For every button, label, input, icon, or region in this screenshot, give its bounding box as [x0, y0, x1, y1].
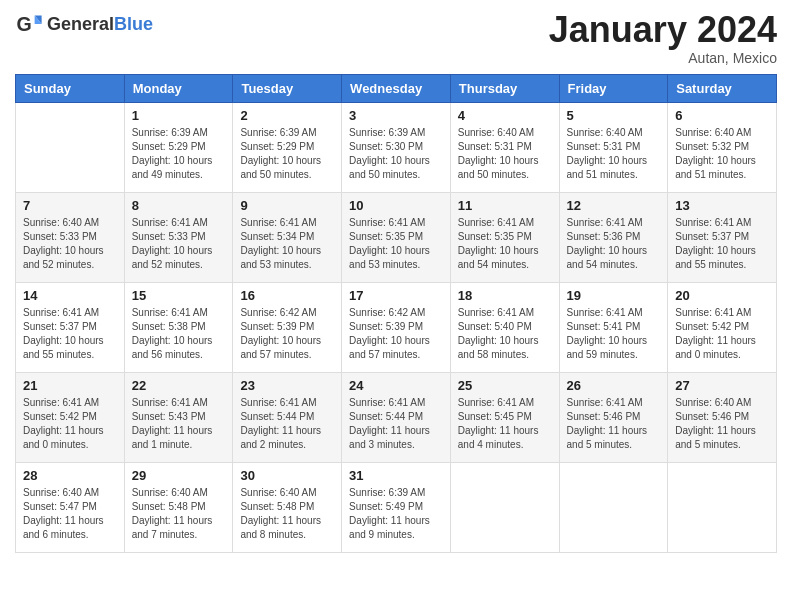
day-number: 14	[23, 288, 117, 303]
logo-icon: G	[15, 10, 43, 38]
day-info: Sunrise: 6:42 AMSunset: 5:39 PMDaylight:…	[240, 306, 334, 362]
calendar-cell: 31Sunrise: 6:39 AMSunset: 5:49 PMDayligh…	[342, 462, 451, 552]
day-info: Sunrise: 6:39 AMSunset: 5:29 PMDaylight:…	[240, 126, 334, 182]
calendar-cell: 20Sunrise: 6:41 AMSunset: 5:42 PMDayligh…	[668, 282, 777, 372]
day-info: Sunrise: 6:40 AMSunset: 5:46 PMDaylight:…	[675, 396, 769, 452]
calendar-table: SundayMondayTuesdayWednesdayThursdayFrid…	[15, 74, 777, 553]
weekday-header-cell: Friday	[559, 74, 668, 102]
day-number: 29	[132, 468, 226, 483]
day-number: 15	[132, 288, 226, 303]
day-number: 5	[567, 108, 661, 123]
day-info: Sunrise: 6:41 AMSunset: 5:43 PMDaylight:…	[132, 396, 226, 452]
day-number: 8	[132, 198, 226, 213]
day-info: Sunrise: 6:41 AMSunset: 5:38 PMDaylight:…	[132, 306, 226, 362]
month-title: January 2024	[549, 10, 777, 50]
calendar-cell: 4Sunrise: 6:40 AMSunset: 5:31 PMDaylight…	[450, 102, 559, 192]
day-info: Sunrise: 6:41 AMSunset: 5:44 PMDaylight:…	[349, 396, 443, 452]
calendar-cell: 11Sunrise: 6:41 AMSunset: 5:35 PMDayligh…	[450, 192, 559, 282]
calendar-cell: 29Sunrise: 6:40 AMSunset: 5:48 PMDayligh…	[124, 462, 233, 552]
calendar-cell	[559, 462, 668, 552]
calendar-cell: 13Sunrise: 6:41 AMSunset: 5:37 PMDayligh…	[668, 192, 777, 282]
weekday-header-cell: Tuesday	[233, 74, 342, 102]
calendar-cell: 30Sunrise: 6:40 AMSunset: 5:48 PMDayligh…	[233, 462, 342, 552]
day-info: Sunrise: 6:40 AMSunset: 5:48 PMDaylight:…	[240, 486, 334, 542]
day-info: Sunrise: 6:41 AMSunset: 5:41 PMDaylight:…	[567, 306, 661, 362]
day-number: 17	[349, 288, 443, 303]
day-info: Sunrise: 6:41 AMSunset: 5:35 PMDaylight:…	[349, 216, 443, 272]
calendar-cell: 21Sunrise: 6:41 AMSunset: 5:42 PMDayligh…	[16, 372, 125, 462]
weekday-header-cell: Saturday	[668, 74, 777, 102]
day-number: 27	[675, 378, 769, 393]
day-info: Sunrise: 6:41 AMSunset: 5:37 PMDaylight:…	[23, 306, 117, 362]
weekday-header-row: SundayMondayTuesdayWednesdayThursdayFrid…	[16, 74, 777, 102]
day-number: 7	[23, 198, 117, 213]
calendar-cell: 2Sunrise: 6:39 AMSunset: 5:29 PMDaylight…	[233, 102, 342, 192]
day-number: 11	[458, 198, 552, 213]
day-info: Sunrise: 6:39 AMSunset: 5:30 PMDaylight:…	[349, 126, 443, 182]
calendar-cell: 9Sunrise: 6:41 AMSunset: 5:34 PMDaylight…	[233, 192, 342, 282]
day-number: 26	[567, 378, 661, 393]
day-info: Sunrise: 6:40 AMSunset: 5:31 PMDaylight:…	[567, 126, 661, 182]
day-number: 21	[23, 378, 117, 393]
logo-blue-text: Blue	[114, 14, 153, 34]
calendar-cell	[668, 462, 777, 552]
location-title: Autan, Mexico	[549, 50, 777, 66]
day-info: Sunrise: 6:40 AMSunset: 5:31 PMDaylight:…	[458, 126, 552, 182]
day-info: Sunrise: 6:41 AMSunset: 5:40 PMDaylight:…	[458, 306, 552, 362]
calendar-cell: 1Sunrise: 6:39 AMSunset: 5:29 PMDaylight…	[124, 102, 233, 192]
day-number: 1	[132, 108, 226, 123]
day-number: 3	[349, 108, 443, 123]
title-area: January 2024 Autan, Mexico	[549, 10, 777, 66]
calendar-cell: 3Sunrise: 6:39 AMSunset: 5:30 PMDaylight…	[342, 102, 451, 192]
day-info: Sunrise: 6:41 AMSunset: 5:42 PMDaylight:…	[23, 396, 117, 452]
calendar-cell: 8Sunrise: 6:41 AMSunset: 5:33 PMDaylight…	[124, 192, 233, 282]
day-info: Sunrise: 6:41 AMSunset: 5:37 PMDaylight:…	[675, 216, 769, 272]
calendar-cell: 14Sunrise: 6:41 AMSunset: 5:37 PMDayligh…	[16, 282, 125, 372]
logo-general-text: General	[47, 14, 114, 34]
day-number: 16	[240, 288, 334, 303]
day-number: 4	[458, 108, 552, 123]
calendar-cell: 12Sunrise: 6:41 AMSunset: 5:36 PMDayligh…	[559, 192, 668, 282]
day-number: 23	[240, 378, 334, 393]
weekday-header-cell: Monday	[124, 74, 233, 102]
calendar-cell: 23Sunrise: 6:41 AMSunset: 5:44 PMDayligh…	[233, 372, 342, 462]
calendar-cell: 26Sunrise: 6:41 AMSunset: 5:46 PMDayligh…	[559, 372, 668, 462]
day-number: 22	[132, 378, 226, 393]
day-info: Sunrise: 6:41 AMSunset: 5:45 PMDaylight:…	[458, 396, 552, 452]
day-number: 24	[349, 378, 443, 393]
header: G GeneralBlue January 2024 Autan, Mexico	[15, 10, 777, 66]
calendar-body: 1Sunrise: 6:39 AMSunset: 5:29 PMDaylight…	[16, 102, 777, 552]
day-info: Sunrise: 6:41 AMSunset: 5:35 PMDaylight:…	[458, 216, 552, 272]
day-info: Sunrise: 6:41 AMSunset: 5:33 PMDaylight:…	[132, 216, 226, 272]
calendar-cell	[16, 102, 125, 192]
svg-text:G: G	[16, 13, 31, 35]
day-number: 20	[675, 288, 769, 303]
day-info: Sunrise: 6:39 AMSunset: 5:49 PMDaylight:…	[349, 486, 443, 542]
weekday-header-cell: Wednesday	[342, 74, 451, 102]
day-info: Sunrise: 6:41 AMSunset: 5:42 PMDaylight:…	[675, 306, 769, 362]
calendar-week-row: 21Sunrise: 6:41 AMSunset: 5:42 PMDayligh…	[16, 372, 777, 462]
day-info: Sunrise: 6:41 AMSunset: 5:34 PMDaylight:…	[240, 216, 334, 272]
day-number: 18	[458, 288, 552, 303]
calendar-cell: 28Sunrise: 6:40 AMSunset: 5:47 PMDayligh…	[16, 462, 125, 552]
day-number: 9	[240, 198, 334, 213]
calendar-week-row: 7Sunrise: 6:40 AMSunset: 5:33 PMDaylight…	[16, 192, 777, 282]
day-number: 28	[23, 468, 117, 483]
calendar-cell: 17Sunrise: 6:42 AMSunset: 5:39 PMDayligh…	[342, 282, 451, 372]
calendar-cell: 27Sunrise: 6:40 AMSunset: 5:46 PMDayligh…	[668, 372, 777, 462]
day-number: 6	[675, 108, 769, 123]
day-info: Sunrise: 6:42 AMSunset: 5:39 PMDaylight:…	[349, 306, 443, 362]
day-info: Sunrise: 6:40 AMSunset: 5:47 PMDaylight:…	[23, 486, 117, 542]
calendar-cell: 6Sunrise: 6:40 AMSunset: 5:32 PMDaylight…	[668, 102, 777, 192]
calendar-cell	[450, 462, 559, 552]
calendar-cell: 24Sunrise: 6:41 AMSunset: 5:44 PMDayligh…	[342, 372, 451, 462]
day-number: 30	[240, 468, 334, 483]
calendar-cell: 7Sunrise: 6:40 AMSunset: 5:33 PMDaylight…	[16, 192, 125, 282]
calendar-cell: 10Sunrise: 6:41 AMSunset: 5:35 PMDayligh…	[342, 192, 451, 282]
day-info: Sunrise: 6:40 AMSunset: 5:48 PMDaylight:…	[132, 486, 226, 542]
day-number: 25	[458, 378, 552, 393]
logo: G GeneralBlue	[15, 10, 153, 38]
calendar-cell: 5Sunrise: 6:40 AMSunset: 5:31 PMDaylight…	[559, 102, 668, 192]
calendar-cell: 25Sunrise: 6:41 AMSunset: 5:45 PMDayligh…	[450, 372, 559, 462]
day-number: 19	[567, 288, 661, 303]
